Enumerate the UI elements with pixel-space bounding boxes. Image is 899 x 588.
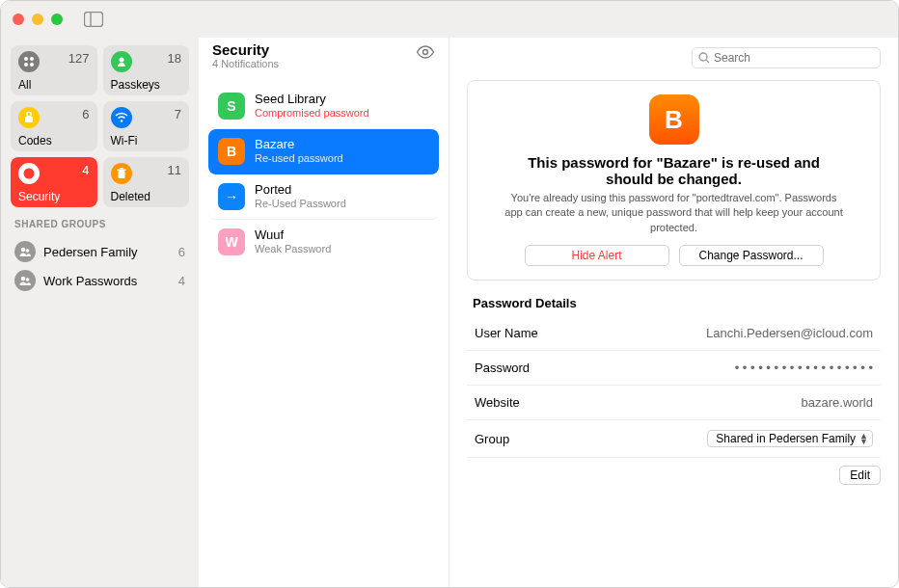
fullscreen-window-button[interactable] xyxy=(51,13,63,25)
password-label: Password xyxy=(475,361,530,375)
list-item-status: Weak Password xyxy=(255,243,331,256)
wifi-icon xyxy=(111,107,132,128)
sidebar-category-codes[interactable]: 6Codes xyxy=(11,101,97,151)
category-label: Codes xyxy=(18,134,90,147)
passkeys-icon xyxy=(111,51,132,72)
group-count: 6 xyxy=(178,245,185,259)
svg-point-21 xyxy=(699,53,707,61)
app-icon: B xyxy=(649,94,699,145)
password-details-header: Password Details xyxy=(467,281,881,316)
detail-row-website[interactable]: Website bazare.world xyxy=(467,386,881,420)
svg-point-3 xyxy=(30,57,34,61)
detail-row-group[interactable]: Group Shared in Pedersen Family ▲▼ xyxy=(467,420,881,458)
sidebar-category-deleted[interactable]: 11Deleted xyxy=(103,157,190,207)
sidebar-category-passkeys[interactable]: 18Passkeys xyxy=(103,45,190,95)
svg-rect-13 xyxy=(118,171,124,178)
group-popup-button[interactable]: Shared in Pedersen Family ▲▼ xyxy=(707,430,873,447)
svg-point-17 xyxy=(26,249,30,253)
traffic-lights xyxy=(13,13,63,25)
search-input[interactable] xyxy=(714,51,874,65)
group-label: Group xyxy=(475,432,509,446)
list-item-icon: → xyxy=(218,183,245,210)
list-item-title: Ported xyxy=(255,182,346,198)
list-item-status: Re-Used Password xyxy=(255,198,346,211)
all-icon xyxy=(18,51,40,72)
group-avatar-icon xyxy=(14,241,36,262)
deleted-icon xyxy=(111,163,132,184)
close-window-button[interactable] xyxy=(13,13,24,25)
username-value: Lanchi.Pedersen@icloud.com xyxy=(706,326,873,340)
svg-point-5 xyxy=(30,63,34,67)
category-label: All xyxy=(18,78,90,92)
sidebar: 127All18Passkeys6Codes7Wi-Fi4Security11D… xyxy=(1,38,199,587)
change-password-button[interactable]: Change Password... xyxy=(679,245,824,266)
category-count: 4 xyxy=(82,163,89,177)
search-field[interactable] xyxy=(692,47,881,68)
svg-rect-7 xyxy=(27,112,31,117)
list-item-status: Compromised password xyxy=(255,107,369,120)
group-count: 4 xyxy=(178,274,185,288)
list-item[interactable]: SSeed LibraryCompromised password xyxy=(208,84,439,129)
category-label: Deleted xyxy=(111,190,182,203)
visibility-toggle-icon[interactable] xyxy=(416,41,435,59)
username-label: User Name xyxy=(475,326,538,340)
website-label: Website xyxy=(475,395,520,410)
svg-point-2 xyxy=(24,57,28,61)
svg-point-9 xyxy=(120,120,123,122)
search-icon xyxy=(698,52,710,64)
popup-arrows-icon: ▲▼ xyxy=(859,433,868,444)
website-value: bazare.world xyxy=(802,395,873,410)
list-item-title: Seed Library xyxy=(255,92,369,107)
hide-alert-button[interactable]: Hide Alert xyxy=(525,245,669,266)
edit-button[interactable]: Edit xyxy=(839,466,881,485)
svg-rect-14 xyxy=(117,170,125,172)
column-title: Security xyxy=(212,41,279,58)
category-count: 6 xyxy=(82,107,89,121)
group-value: Shared in Pedersen Family xyxy=(716,432,856,445)
sidebar-category-wifi[interactable]: 7Wi-Fi xyxy=(103,101,190,151)
detail-row-password[interactable]: Password • • • • • • • • • • • • • • • •… xyxy=(467,351,881,386)
list-item[interactable]: →PortedRe-Used Password xyxy=(208,174,439,220)
svg-point-18 xyxy=(21,277,26,281)
sidebar-category-security[interactable]: 4Security xyxy=(11,157,97,207)
list-item-icon: S xyxy=(218,93,245,120)
svg-rect-8 xyxy=(25,117,33,122)
list-item-title: Wuuf xyxy=(255,227,331,243)
detail-row-username[interactable]: User Name Lanchi.Pedersen@icloud.com xyxy=(467,316,881,351)
security-alert-card: B This password for "Bazare" is re-used … xyxy=(467,80,881,281)
svg-line-22 xyxy=(706,60,709,63)
list-item[interactable]: BBazareRe-used password xyxy=(208,129,439,174)
list-item-icon: B xyxy=(218,138,245,165)
sidebar-toggle-button[interactable] xyxy=(84,12,103,27)
list-item-title: Bazare xyxy=(255,137,343,152)
shared-group-item[interactable]: Work Passwords4 xyxy=(11,266,189,295)
column-subtitle: 4 Notifications xyxy=(212,58,279,69)
category-count: 7 xyxy=(175,107,181,121)
category-label: Passkeys xyxy=(111,78,182,92)
list-item-status: Re-used password xyxy=(255,152,343,166)
svg-point-19 xyxy=(26,278,30,281)
security-icon xyxy=(18,163,40,184)
category-count: 11 xyxy=(168,163,181,177)
codes-icon xyxy=(18,107,40,128)
alert-title: This password for "Bazare" is re-used an… xyxy=(485,154,862,187)
notification-list-column: Security 4 Notifications SSeed LibraryCo… xyxy=(199,38,450,587)
svg-rect-15 xyxy=(120,168,123,170)
category-count: 127 xyxy=(68,51,90,66)
group-name: Pedersen Family xyxy=(43,245,171,259)
detail-pane: B This password for "Bazare" is re-used … xyxy=(450,38,898,587)
category-count: 18 xyxy=(168,51,181,66)
list-item[interactable]: WWuufWeak Password xyxy=(208,220,439,264)
shared-groups-header: SHARED GROUPS xyxy=(11,213,189,231)
svg-point-12 xyxy=(28,175,30,177)
window-titlebar xyxy=(1,1,898,38)
list-item-icon: W xyxy=(218,228,245,255)
svg-rect-0 xyxy=(85,13,103,27)
password-value: • • • • • • • • • • • • • • • • • • xyxy=(735,361,873,375)
shared-group-item[interactable]: Pedersen Family6 xyxy=(11,237,189,266)
svg-point-4 xyxy=(24,63,28,67)
alert-body: You're already using this password for "… xyxy=(485,187,862,245)
sidebar-category-all[interactable]: 127All xyxy=(11,45,97,95)
group-avatar-icon xyxy=(14,270,36,291)
minimize-window-button[interactable] xyxy=(32,13,43,25)
